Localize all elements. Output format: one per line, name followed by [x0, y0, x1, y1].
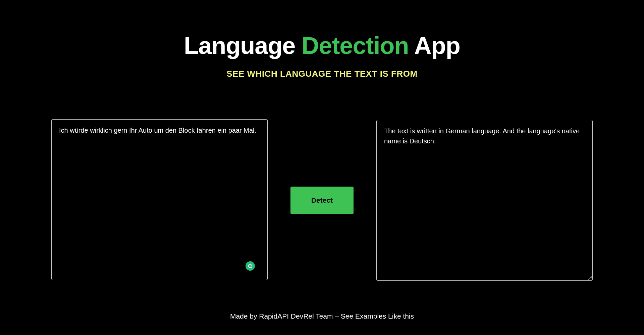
- detect-button[interactable]: Detect: [290, 187, 354, 214]
- page-title: Language Detection App: [184, 32, 460, 59]
- result-text: The text is written in German language. …: [384, 127, 580, 145]
- footer-credit[interactable]: Made by RapidAPI DevRel Team – See Examp…: [230, 312, 414, 320]
- source-text-input[interactable]: [51, 119, 268, 280]
- result-output: The text is written in German language. …: [376, 120, 593, 281]
- title-accent: Detection: [302, 32, 409, 59]
- input-wrapper: [51, 119, 268, 281]
- title-prefix: Language: [184, 32, 302, 59]
- page-subtitle: SEE WHICH LANGUAGE THE TEXT IS FROM: [226, 69, 417, 79]
- main-row: Detect The text is written in German lan…: [0, 119, 644, 281]
- title-suffix: App: [409, 32, 460, 59]
- grammarly-icon[interactable]: [246, 261, 255, 271]
